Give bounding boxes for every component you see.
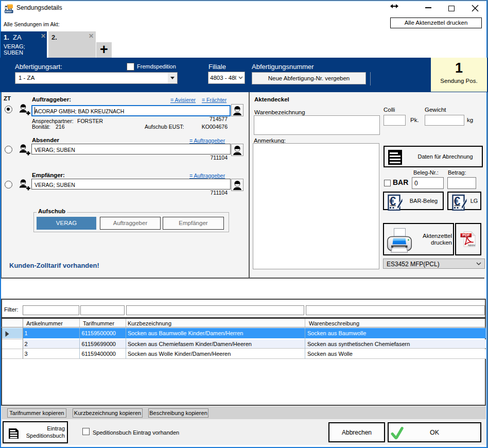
svg-text:PDF: PDF bbox=[462, 233, 470, 237]
svg-text:Adobe: Adobe bbox=[467, 244, 476, 247]
